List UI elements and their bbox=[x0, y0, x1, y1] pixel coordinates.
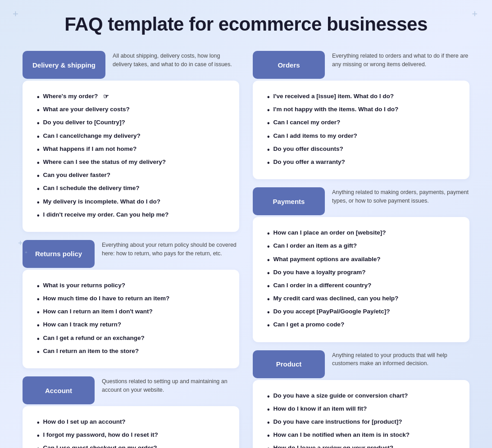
list-item: Can I add items to my order? bbox=[267, 130, 459, 143]
delivery-badge: Delivery & shipping bbox=[23, 51, 105, 79]
list-item: Can you deliver faster? bbox=[37, 169, 228, 182]
list-item: How can I return an item I don't want? bbox=[37, 306, 228, 319]
returns-questions-box: What is your returns policy? How much ti… bbox=[23, 270, 239, 368]
product-header: Product Anything related to your product… bbox=[253, 350, 469, 378]
delivery-header: Delivery & shipping All about shipping, … bbox=[23, 51, 239, 79]
list-item: How do I leave a review on your product? bbox=[267, 442, 459, 448]
list-item: How can I track my return? bbox=[37, 319, 228, 332]
delivery-section: Delivery & shipping All about shipping, … bbox=[23, 51, 239, 232]
account-questions-box: How do I set up an account? I forgot my … bbox=[23, 406, 239, 448]
deco-plus-1: + bbox=[13, 8, 18, 20]
payments-list: How can I place an order on [website]? C… bbox=[267, 227, 459, 332]
list-item: Can I use guest checkout on my order? bbox=[37, 442, 228, 448]
list-item: What is your returns policy? bbox=[37, 280, 228, 293]
list-item: I've received a [issue] item. What do I … bbox=[267, 91, 459, 104]
list-item: Can I get a refund or an exchange? bbox=[37, 332, 228, 345]
account-header: Account Questions related to setting up … bbox=[23, 376, 239, 404]
returns-desc: Everything about your return policy shou… bbox=[102, 240, 239, 258]
payments-header: Payments Anything related to making orde… bbox=[253, 187, 469, 215]
deco-plus-3: + bbox=[18, 239, 23, 248]
product-section: Product Anything related to your product… bbox=[253, 350, 469, 448]
list-item: How can I place an order on [website]? bbox=[267, 227, 459, 240]
account-desc: Questions related to setting up and main… bbox=[102, 376, 239, 394]
list-item: What happens if I am not home? bbox=[37, 143, 228, 156]
list-item: How much time do I have to return an ite… bbox=[37, 293, 228, 306]
product-list: Do you have a size guide or conversion c… bbox=[267, 390, 459, 448]
list-item: Do you offer discounts? bbox=[267, 143, 459, 156]
list-item: Do you deliver to [Country]? bbox=[37, 117, 228, 130]
list-item: Do you offer a warranty? bbox=[267, 156, 459, 169]
list-item: How do I set up an account? bbox=[37, 416, 228, 429]
right-column: Orders Everything related to orders and … bbox=[253, 51, 469, 448]
page-wrapper: + + + + FAQ template for ecommerce busin… bbox=[0, 0, 492, 448]
list-item: Can I order in a different country? bbox=[267, 280, 459, 293]
list-item: What payment options are available? bbox=[267, 253, 459, 267]
page-title: FAQ template for ecommerce businesses bbox=[23, 14, 469, 35]
list-item: I'm not happy with the items. What do I … bbox=[267, 104, 459, 117]
orders-badge: Orders bbox=[253, 51, 325, 79]
list-item: I didn't receive my order. Can you help … bbox=[37, 209, 228, 222]
delivery-desc: All about shipping, delivery costs, how … bbox=[113, 51, 239, 69]
payments-desc: Anything related to making orders, payme… bbox=[332, 187, 469, 205]
payments-section: Payments Anything related to making orde… bbox=[253, 187, 469, 342]
product-desc: Anything related to your products that w… bbox=[332, 350, 469, 368]
list-item: Can I cancel my order? bbox=[267, 117, 459, 130]
orders-list: I've received a [issue] item. What do I … bbox=[267, 91, 459, 169]
product-questions-box: Do you have a size guide or conversion c… bbox=[253, 380, 469, 448]
list-item: Do you have a loyalty program? bbox=[267, 267, 459, 280]
list-item: Can I order an item as a gift? bbox=[267, 240, 459, 253]
list-item: Do you accept [PayPal/Google Pay/etc]? bbox=[267, 306, 459, 319]
account-badge: Account bbox=[23, 376, 95, 404]
list-item: How can I be notified when an item is in… bbox=[267, 429, 459, 442]
list-item: Can I return an item to the store? bbox=[37, 345, 228, 358]
deco-plus-2: + bbox=[472, 8, 478, 20]
account-section: Account Questions related to setting up … bbox=[23, 376, 239, 448]
main-columns: Delivery & shipping All about shipping, … bbox=[23, 51, 469, 448]
list-item: Can I get a promo code? bbox=[267, 319, 459, 332]
account-list: How do I set up an account? I forgot my … bbox=[37, 416, 228, 448]
payments-questions-box: How can I place an order on [website]? C… bbox=[253, 217, 469, 342]
delivery-questions-box: Where's my order? ☞ What are your delive… bbox=[23, 81, 239, 232]
list-item: Where can I see the status of my deliver… bbox=[37, 156, 228, 169]
returns-section: Returns policy Everything about your ret… bbox=[23, 240, 239, 368]
returns-list: What is your returns policy? How much ti… bbox=[37, 280, 228, 358]
list-item: Can I schedule the delivery time? bbox=[37, 182, 228, 195]
product-badge: Product bbox=[253, 350, 325, 378]
orders-desc: Everything related to orders and what to… bbox=[332, 51, 469, 69]
list-item: Do you have care instructions for [produ… bbox=[267, 416, 459, 429]
list-item: I forgot my password, how do I reset it? bbox=[37, 429, 228, 442]
orders-section: Orders Everything related to orders and … bbox=[253, 51, 469, 179]
deco-plus-4: + bbox=[25, 250, 27, 255]
payments-badge: Payments bbox=[253, 187, 325, 215]
list-item: How do I know if an item will fit? bbox=[267, 403, 459, 416]
list-item: My delivery is incomplete. What do I do? bbox=[37, 196, 228, 209]
list-item: Can I cancel/change my delivery? bbox=[37, 130, 228, 143]
list-item: Do you have a size guide or conversion c… bbox=[267, 390, 459, 403]
list-item: What are your delivery costs? bbox=[37, 104, 228, 117]
list-item: My credit card was declined, can you hel… bbox=[267, 293, 459, 306]
returns-badge: Returns policy bbox=[23, 240, 95, 268]
delivery-list: Where's my order? ☞ What are your delive… bbox=[37, 91, 228, 222]
orders-questions-box: I've received a [issue] item. What do I … bbox=[253, 81, 469, 179]
cursor-icon: ☞ bbox=[103, 93, 109, 100]
left-column: Delivery & shipping All about shipping, … bbox=[23, 51, 239, 448]
orders-header: Orders Everything related to orders and … bbox=[253, 51, 469, 79]
list-item: Where's my order? ☞ bbox=[37, 91, 228, 104]
returns-header: Returns policy Everything about your ret… bbox=[23, 240, 239, 268]
